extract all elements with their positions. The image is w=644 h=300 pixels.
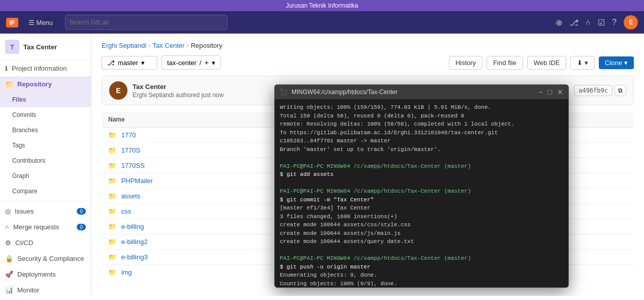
terminal-minimize-button[interactable]: − xyxy=(538,88,542,96)
sidebar-item-branches[interactable]: Branches xyxy=(0,123,91,138)
user-avatar[interactable]: E xyxy=(624,15,638,29)
add-file-button[interactable]: + xyxy=(204,58,208,67)
sidebar: T Tax Center ℹ Project information 📁 Rep… xyxy=(0,34,91,296)
sidebar-item-label: Files xyxy=(12,96,26,103)
terminal-title: MINGW64:/c/xampp/htdocs/Tax-Center xyxy=(292,88,534,96)
nav-icons: ⊕ ⎇ ⑃ ☑ ? E xyxy=(556,15,638,29)
issues-badge: 0 xyxy=(77,208,86,215)
terminal-line: PAI-PC@PAI-PC MINGW64 /c/xampp/htdocs/Ta… xyxy=(280,187,563,196)
commit-details: Tax Center Erghi Septiandi authored just… xyxy=(133,83,223,99)
help-icon[interactable]: ? xyxy=(612,18,617,27)
terminal-close-button[interactable]: ✕ xyxy=(557,88,563,96)
download-button[interactable]: ⬇ ▾ xyxy=(570,56,595,70)
monitor-icon: 📊 xyxy=(5,286,13,294)
breadcrumb: Erghi Septiandi › Tax Center › Repositor… xyxy=(102,42,634,49)
branch-selector[interactable]: ⎇ master ▾ xyxy=(102,56,157,70)
terminal-line: [master ef1/3e4] Tax Center xyxy=(280,204,563,213)
branch-name: master xyxy=(118,59,138,67)
clone-chevron-icon: ▾ xyxy=(624,59,628,67)
path-display: tax-center / + ▾ xyxy=(162,55,221,70)
sidebar-item-repository[interactable]: 📁 Repository xyxy=(0,76,91,92)
sidebar-item-label: Repository xyxy=(17,80,52,88)
commit-hash-code: a496fb9c xyxy=(574,85,613,96)
folder-icon: 📁 xyxy=(108,238,116,246)
copy-hash-button[interactable]: ⧉ xyxy=(615,85,626,96)
terminal-line: create mode 100644 assets/js/main.js xyxy=(280,229,563,238)
main-layout: T Tax Center ℹ Project information 📁 Rep… xyxy=(0,34,644,296)
sidebar-item-issues[interactable]: ◎ Issues 0 xyxy=(0,203,91,219)
folder-icon: 📁 xyxy=(108,146,116,154)
sidebar-item-tags[interactable]: Tags xyxy=(0,138,91,153)
sidebar-item-label: Merge requests xyxy=(13,223,59,231)
merge-icon: ⑃ xyxy=(5,223,9,231)
clone-button[interactable]: Clone ▾ xyxy=(599,56,634,69)
sidebar-item-label: CI/CD xyxy=(15,239,33,247)
file-link[interactable]: img xyxy=(121,268,132,276)
web-ide-button[interactable]: Web IDE xyxy=(527,56,567,70)
sidebar-item-cicd[interactable]: ⚙ CI/CD xyxy=(0,235,91,251)
file-link[interactable]: 1770SS xyxy=(121,162,145,169)
terminal-line: create mode 100644 assets/css/style.css xyxy=(280,221,563,229)
sidebar-item-contributors[interactable]: Contributors xyxy=(0,153,91,168)
sidebar-item-graph[interactable]: Graph xyxy=(0,168,91,184)
sidebar-item-merge-requests[interactable]: ⑃ Merge requests 0 xyxy=(0,219,91,235)
main-content: Erghi Septiandi › Tax Center › Repositor… xyxy=(91,34,644,296)
navbar: IF ☰ Menu ⊕ ⎇ ⑃ ☑ ? E xyxy=(0,11,644,34)
file-link[interactable]: PHPMailer xyxy=(121,177,153,185)
merge-request-icon[interactable]: ⑃ xyxy=(586,18,591,27)
terminal-line: PAI-PC@PAI-PC MINGW64 /c/xampp/htdocs/Ta… xyxy=(280,162,563,171)
sidebar-item-project-info[interactable]: ℹ Project information xyxy=(0,61,91,76)
file-link[interactable]: assets xyxy=(121,192,141,200)
breadcrumb-user[interactable]: Erghi Septiandi xyxy=(102,42,146,49)
terminal-controls: − □ ✕ xyxy=(538,88,563,96)
history-button[interactable]: History xyxy=(449,56,482,70)
terminal-line: c185283..64f7701 master -> master xyxy=(280,137,563,145)
breadcrumb-sep1: › xyxy=(148,42,150,49)
sidebar-item-label: Tags xyxy=(12,142,25,149)
sidebar-item-deployments[interactable]: 🚀 Deployments xyxy=(0,266,91,282)
terminal-maximize-button[interactable]: □ xyxy=(548,88,552,96)
terminal-line: Branch 'master' set up to track 'origin/… xyxy=(280,145,563,154)
file-link[interactable]: 1770S xyxy=(121,146,141,154)
terminal-line: remote: Resolving deltas: 100% (58/58), … xyxy=(280,120,563,129)
sidebar-item-label: Issues xyxy=(15,207,34,215)
deploy-icon: 🚀 xyxy=(5,271,13,278)
terminal-line: Total 159 (delta 58), reused 0 (delta 0)… xyxy=(280,112,563,121)
sidebar-item-files[interactable]: Files xyxy=(0,92,91,107)
git-fork-icon[interactable]: ⎇ xyxy=(569,18,578,27)
terminal-line xyxy=(280,246,563,255)
todo-icon[interactable]: ☑ xyxy=(598,18,605,27)
plus-icon[interactable]: ⊕ xyxy=(556,18,562,27)
sidebar-item-monitor[interactable]: 📊 Monitor xyxy=(0,282,91,296)
sidebar-item-label: Monitor xyxy=(17,286,39,294)
file-link[interactable]: e-billing3 xyxy=(121,253,148,261)
sidebar-item-label: Commits xyxy=(12,111,36,118)
sidebar-item-commits[interactable]: Commits xyxy=(0,107,91,123)
sidebar-item-label: Graph xyxy=(12,172,29,179)
commit-avatar: E xyxy=(109,81,127,100)
sidebar-item-label: Security & Compliance xyxy=(17,255,84,262)
merge-badge: 0 xyxy=(77,224,86,230)
menu-button[interactable]: ☰ Menu xyxy=(24,17,57,28)
issues-icon: ◎ xyxy=(5,207,11,215)
file-link[interactable]: e-billing xyxy=(121,223,144,230)
folder-icon: 📁 xyxy=(108,207,116,215)
breadcrumb-sep2: › xyxy=(186,42,188,49)
terminal-line: Enumerating objects: 9, done. xyxy=(280,271,563,280)
folder-icon: 📁 xyxy=(108,223,116,230)
search-input[interactable] xyxy=(65,15,228,30)
file-link[interactable]: 1770 xyxy=(121,131,136,139)
cicd-icon: ⚙ xyxy=(5,239,11,247)
commit-hash-container: a496fb9c ⧉ xyxy=(574,85,626,96)
terminal-window: ⬛ MINGW64:/c/xampp/htdocs/Tax-Center − □… xyxy=(274,84,569,288)
search-container xyxy=(65,15,228,30)
folder-icon: 📁 xyxy=(108,192,116,200)
repo-toolbar: ⎇ master ▾ tax-center / + ▾ History Find… xyxy=(102,55,634,70)
file-link[interactable]: e-billing2 xyxy=(121,238,148,246)
sidebar-item-compare[interactable]: Compare xyxy=(0,184,91,199)
find-file-button[interactable]: Find file xyxy=(487,56,523,70)
download-icon: ⬇ xyxy=(577,59,583,67)
breadcrumb-project[interactable]: Tax Center xyxy=(153,42,185,49)
file-link[interactable]: css xyxy=(121,207,132,215)
sidebar-item-security[interactable]: 🔒 Security & Compliance xyxy=(0,251,91,266)
